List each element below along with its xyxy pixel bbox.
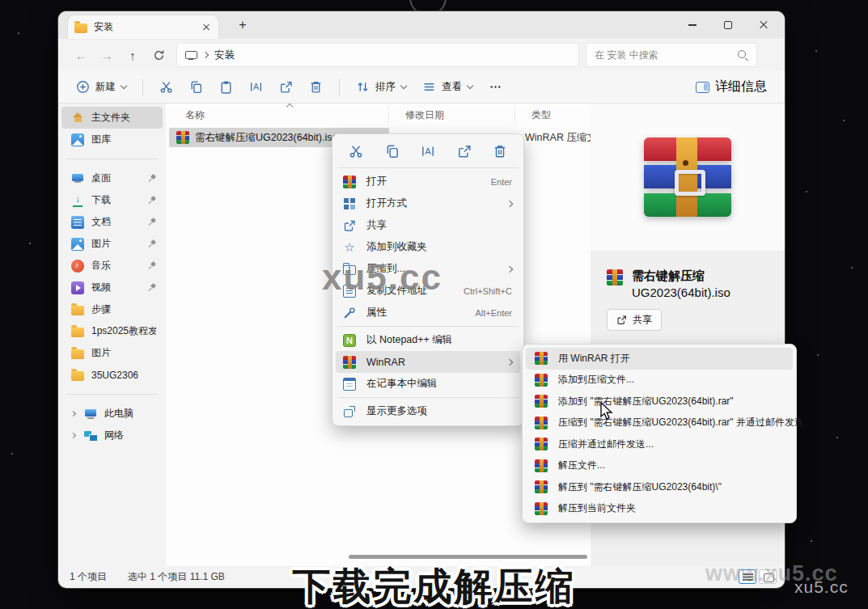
plus-circle-icon — [76, 80, 90, 94]
submenu-item-extract-files[interactable]: 解压文件... — [526, 455, 793, 477]
sidebar-item-folder[interactable]: 35UG2306 — [61, 364, 163, 386]
winrar-icon — [343, 176, 356, 188]
sidebar-item-gallery[interactable]: 图库 — [61, 129, 163, 150]
new-tab-button[interactable] — [233, 16, 252, 36]
paste-button[interactable] — [213, 75, 239, 99]
svg-text:A: A — [425, 146, 431, 156]
tab-title: 安装 — [94, 20, 194, 34]
paste-icon — [219, 80, 233, 94]
up-button[interactable]: ↑ — [120, 43, 146, 67]
trash-icon[interactable] — [493, 144, 507, 159]
desktop-icon — [71, 172, 84, 185]
more-options-button[interactable] — [482, 75, 509, 99]
cut-icon — [159, 80, 173, 94]
cut-icon[interactable] — [349, 144, 363, 159]
column-header-type[interactable]: 类型 — [515, 106, 591, 125]
menu-item-add-to-favorites[interactable]: 添加到收藏夹 — [336, 236, 520, 258]
tab-close-icon[interactable] — [201, 22, 212, 33]
copy-icon[interactable] — [385, 144, 400, 159]
maximize-button[interactable] — [710, 11, 746, 39]
tab-anzhuang[interactable]: 安装 — [68, 15, 218, 39]
copy-button[interactable] — [183, 75, 210, 99]
star-icon — [343, 241, 356, 254]
submenu-item-add-to-archive[interactable]: 添加到压缩文件... — [526, 370, 793, 391]
expand-chevron-icon[interactable] — [70, 433, 76, 438]
close-button[interactable] — [746, 11, 781, 39]
sidebar-item-videos[interactable]: 视频 — [61, 277, 163, 298]
submenu-item-open-with-winrar[interactable]: 用 WinRAR 打开 — [526, 348, 793, 370]
menu-divider — [337, 397, 519, 398]
toolbar-separator — [142, 78, 143, 96]
share-icon[interactable] — [457, 144, 472, 159]
submenu-item-compress-and-email[interactable]: 压缩并通过邮件发送... — [526, 433, 793, 455]
winrar-icon — [535, 459, 548, 472]
breadcrumb[interactable]: 安装 — [214, 49, 235, 62]
details-pane-icon — [696, 82, 709, 93]
submenu-item-extract-here[interactable]: 解压到当前文件夹 — [526, 498, 793, 520]
sidebar-item-home[interactable]: 主文件夹 — [61, 107, 163, 129]
back-button[interactable]: ← — [68, 43, 94, 67]
share-file-button[interactable]: 共享 — [607, 309, 662, 331]
menu-item-edit-in-notepad[interactable]: 在记事本中编辑 — [336, 373, 520, 395]
forward-button[interactable]: → — [94, 43, 120, 67]
cut-button[interactable] — [153, 75, 180, 99]
horizontal-scrollbar[interactable] — [169, 555, 587, 560]
pictures-icon — [71, 238, 84, 251]
column-header-name[interactable]: 名称 — [169, 106, 389, 125]
sort-button[interactable]: 排序 — [349, 75, 413, 99]
sort-ascending-icon — [286, 104, 293, 110]
winrar-icon — [535, 395, 548, 408]
rename-button[interactable]: A — [243, 75, 269, 99]
menu-item-properties[interactable]: 属性 Alt+Enter — [336, 302, 520, 324]
address-box[interactable]: 安装 — [176, 43, 579, 67]
menu-item-share[interactable]: 共享 — [336, 214, 520, 236]
winrar-icon — [535, 480, 548, 493]
pin-icon — [147, 196, 156, 205]
minimize-button[interactable] — [675, 11, 710, 39]
submenu-arrow-icon — [506, 200, 513, 206]
menu-item-open[interactable]: 打开 Enter — [336, 171, 520, 192]
sidebar-item-desktop[interactable]: 桌面 — [61, 167, 163, 189]
pin-icon — [147, 218, 156, 226]
sidebar-item-network[interactable]: 网络 — [61, 425, 163, 446]
sidebar-item-music[interactable]: 音乐 — [61, 255, 163, 277]
scrollbar-thumb[interactable] — [349, 555, 587, 559]
search-box[interactable] — [586, 43, 757, 67]
share-button[interactable] — [273, 75, 299, 99]
refresh-button[interactable] — [146, 43, 171, 67]
downloads-icon — [71, 194, 84, 207]
menu-item-edit-with-notepadpp[interactable]: 以 Notepad++ 编辑 — [336, 329, 520, 351]
share-icon — [279, 80, 293, 94]
menu-item-winrar[interactable]: WinRAR — [336, 351, 520, 373]
sidebar-item-downloads[interactable]: 下载 — [61, 189, 163, 211]
copy-icon — [189, 80, 203, 94]
submenu-item-add-to-named-archive[interactable]: 添加到 "需右键解压缩UG2023(64bit).rar" — [526, 391, 793, 412]
sidebar-item-folder[interactable]: 图片 — [61, 342, 163, 364]
column-header-date[interactable]: 修改日期 — [389, 106, 515, 125]
column-headers: 名称 修改日期 类型 — [169, 106, 591, 125]
this-pc-icon — [84, 408, 97, 421]
menu-item-show-more-options[interactable]: 显示更多选项 — [336, 400, 520, 422]
breadcrumb-chevron-icon — [202, 52, 209, 58]
chevron-down-icon — [400, 82, 407, 89]
winrar-icon — [535, 352, 548, 365]
expand-chevron-icon[interactable] — [70, 411, 76, 417]
sort-icon — [356, 80, 370, 94]
search-input[interactable] — [595, 49, 737, 61]
rename-icon[interactable]: A — [421, 144, 435, 159]
new-button[interactable]: 新建 — [70, 75, 133, 99]
sidebar-item-folder[interactable]: 1ps2025教程发 — [61, 320, 163, 342]
sidebar-item-pictures[interactable]: 图片 — [61, 233, 163, 255]
background-star — [811, 540, 812, 542]
sidebar-item-documents[interactable]: 文档 — [61, 211, 163, 233]
submenu-item-compress-and-email-named[interactable]: 压缩到 "需右键解压缩UG2023(64bit).rar" 并通过邮件发送 — [526, 412, 793, 434]
details-pane-button[interactable]: 详细信息 — [689, 74, 773, 100]
sidebar-item-this-pc[interactable]: 此电脑 — [61, 403, 163, 425]
submenu-item-extract-to-named-folder[interactable]: 解压到 "需右键解压缩UG2023(64bit)\" — [526, 476, 793, 498]
delete-button[interactable] — [303, 75, 329, 99]
preview-file-title-2: UG2023(64bit).iso — [632, 284, 730, 301]
view-button[interactable]: 查看 — [416, 75, 479, 99]
window-controls — [675, 11, 781, 39]
menu-item-open-with[interactable]: 打开方式 — [336, 192, 520, 214]
sidebar-item-folder[interactable]: 步骤 — [61, 298, 163, 320]
